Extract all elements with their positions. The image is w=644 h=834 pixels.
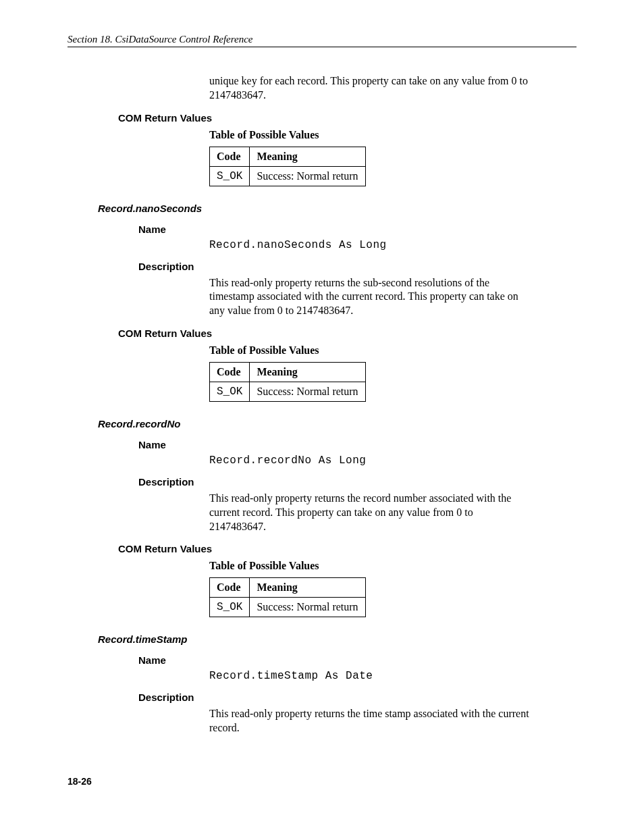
signature-timestamp: Record.timeStamp As Date: [209, 670, 576, 682]
table-caption: Table of Possible Values: [209, 344, 576, 357]
page-header: Section 18. CsiDataSource Control Refere…: [68, 34, 576, 45]
values-table: Code Meaning S_OK Success: Normal return: [209, 362, 366, 402]
table-header-row: Code Meaning: [210, 362, 366, 382]
td-code: S_OK: [210, 166, 250, 186]
table-caption: Table of Possible Values: [209, 560, 576, 572]
heading-name: Name: [138, 654, 576, 666]
signature-nanoseconds: Record.nanoSeconds As Long: [209, 239, 576, 251]
section-title-recordno: Record.recordNo: [98, 418, 576, 429]
description-recordno: This read-only property returns the reco…: [209, 492, 529, 533]
table-row: S_OK Success: Normal return: [210, 382, 366, 401]
table-header-row: Code Meaning: [210, 578, 366, 598]
th-meaning: Meaning: [250, 362, 365, 382]
heading-description: Description: [138, 476, 576, 488]
th-meaning: Meaning: [250, 578, 365, 598]
th-code: Code: [210, 578, 250, 598]
description-nanoseconds: This read-only property returns the sub-…: [209, 276, 529, 318]
heading-com-return-values: COM Return Values: [118, 543, 576, 554]
td-meaning: Success: Normal return: [250, 598, 365, 617]
td-meaning: Success: Normal return: [250, 382, 365, 401]
heading-name: Name: [138, 224, 576, 235]
th-code: Code: [210, 362, 250, 382]
table-row: S_OK Success: Normal return: [210, 598, 366, 617]
heading-com-return-values: COM Return Values: [118, 112, 576, 124]
heading-com-return-values: COM Return Values: [118, 328, 576, 339]
table-header-row: Code Meaning: [210, 147, 366, 166]
page-number: 18-26: [68, 776, 576, 787]
section-title-timestamp: Record.timeStamp: [98, 633, 576, 645]
description-timestamp: This read-only property returns the time…: [209, 707, 529, 735]
values-table: Code Meaning S_OK Success: Normal return: [209, 577, 366, 617]
intro-paragraph: unique key for each record. This propert…: [209, 74, 529, 103]
th-meaning: Meaning: [250, 147, 365, 166]
heading-description: Description: [138, 692, 576, 703]
table-row: S_OK Success: Normal return: [210, 166, 366, 186]
td-code: S_OK: [210, 382, 250, 401]
th-code: Code: [210, 147, 250, 166]
signature-recordno: Record.recordNo As Long: [209, 454, 576, 467]
table-caption: Table of Possible Values: [209, 129, 576, 141]
heading-description: Description: [138, 261, 576, 272]
header-rule: [68, 47, 576, 47]
td-code: S_OK: [210, 598, 250, 617]
values-table: Code Meaning S_OK Success: Normal return: [209, 147, 366, 186]
td-meaning: Success: Normal return: [250, 166, 365, 186]
heading-name: Name: [138, 439, 576, 450]
section-title-nanoseconds: Record.nanoSeconds: [98, 203, 576, 214]
